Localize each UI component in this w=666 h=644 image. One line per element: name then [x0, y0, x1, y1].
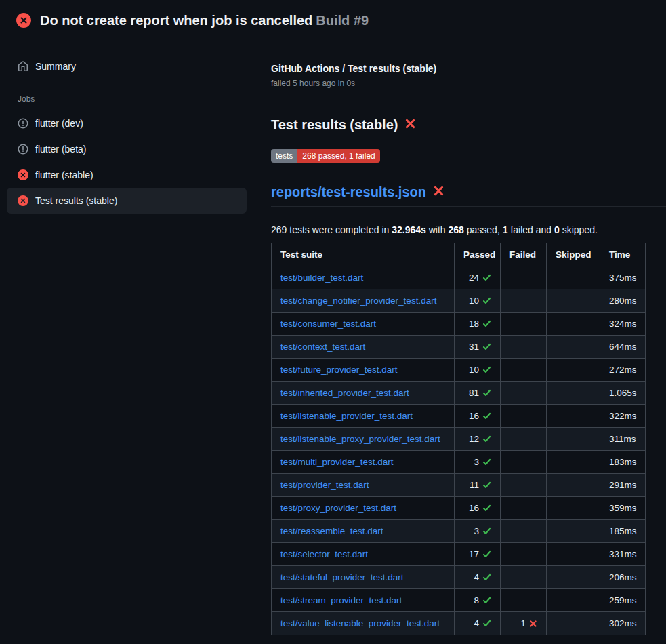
check-icon	[482, 504, 491, 512]
test-suite-link[interactable]: test/listenable_proxy_provider_test.dart	[280, 434, 440, 444]
suite-cell: test/listenable_proxy_provider_test.dart	[272, 428, 455, 451]
time-cell: 272ms	[600, 359, 646, 382]
suite-cell: test/reassemble_test.dart	[272, 520, 455, 543]
test-suite-link[interactable]: test/reassemble_test.dart	[280, 526, 383, 536]
test-suite-link[interactable]: test/selector_test.dart	[280, 549, 368, 559]
skipped-cell	[547, 543, 600, 566]
breadcrumb: GitHub Actions / Test results (stable)	[271, 63, 666, 74]
test-results-table: Test suite Passed Failed Skipped Time te…	[271, 243, 646, 635]
table-row: test/change_notifier_provider_test.dart1…	[272, 289, 646, 313]
table-row: test/selector_test.dart17331ms	[272, 543, 646, 566]
passed-cell: 17	[455, 543, 501, 566]
check-icon	[482, 296, 491, 305]
failed-cell: 1	[501, 612, 547, 635]
skipped-cell	[547, 382, 600, 405]
test-suite-link[interactable]: test/multi_provider_test.dart	[280, 457, 394, 467]
sidebar-item-test-results-stable[interactable]: Test results (stable)	[7, 188, 247, 214]
passed-cell: 10	[455, 289, 501, 313]
test-suite-link[interactable]: test/inherited_provider_test.dart	[280, 388, 409, 398]
failed-cell	[501, 266, 547, 289]
skipped-cell	[547, 313, 600, 336]
test-suite-link[interactable]: test/proxy_provider_test.dart	[280, 503, 396, 513]
summary-failed-count: 1	[503, 224, 508, 235]
check-title-text: Test results (stable)	[271, 117, 398, 133]
passed-cell: 8	[455, 589, 501, 612]
passed-count: 10	[469, 365, 479, 375]
time-cell: 311ms	[600, 428, 646, 451]
report-heading: reports/test-results.json	[271, 184, 666, 207]
time-cell: 1.065s	[600, 382, 646, 405]
divider	[271, 100, 666, 100]
tests-badge-label: tests	[271, 149, 297, 163]
time-cell: 183ms	[600, 451, 646, 474]
skipped-cell	[547, 451, 600, 474]
failed-cell	[501, 428, 547, 451]
summary-skipped-count: 0	[554, 224, 560, 235]
suite-cell: test/selector_test.dart	[272, 543, 455, 566]
passed-cell: 18	[455, 313, 501, 336]
test-suite-link[interactable]: test/stream_provider_test.dart	[280, 595, 402, 605]
summary-duration: 32.964s	[392, 224, 426, 235]
failed-cell	[501, 313, 547, 336]
failed-cell	[501, 382, 547, 405]
sidebar-item-flutter-stable[interactable]: flutter (stable)	[7, 162, 247, 188]
passed-cell: 3	[455, 520, 501, 543]
job-label: flutter (dev)	[35, 117, 83, 130]
skipped-cell	[547, 336, 600, 359]
passed-cell: 16	[455, 405, 501, 428]
job-label: flutter (beta)	[35, 142, 86, 156]
test-suite-link[interactable]: test/value_listenable_provider_test.dart	[280, 618, 440, 628]
table-row: test/value_listenable_provider_test.dart…	[272, 612, 646, 635]
check-icon	[482, 481, 491, 489]
failed-cell	[501, 566, 547, 589]
passed-count: 81	[469, 388, 479, 398]
report-heading-link[interactable]: reports/test-results.json	[271, 184, 426, 200]
summary-part: skipped.	[560, 224, 598, 235]
table-row: test/listenable_provider_test.dart16322m…	[272, 405, 646, 428]
failed-cell	[501, 289, 547, 313]
suite-cell: test/builder_test.dart	[272, 266, 455, 289]
table-row: test/reassemble_test.dart3185ms	[272, 520, 646, 543]
time-cell: 324ms	[600, 313, 646, 336]
sidebar-item-flutter-beta[interactable]: flutter (beta)	[7, 136, 247, 162]
passed-count: 16	[469, 503, 479, 513]
passed-cell: 11	[455, 474, 501, 497]
test-suite-link[interactable]: test/change_notifier_provider_test.dart	[280, 296, 436, 306]
failed-cell	[501, 520, 547, 543]
col-header-failed: Failed	[501, 243, 547, 266]
passed-count: 18	[469, 319, 479, 329]
sidebar-item-flutter-dev[interactable]: flutter (dev)	[7, 110, 247, 136]
test-suite-link[interactable]: test/provider_test.dart	[280, 480, 369, 490]
sidebar-item-summary[interactable]: Summary	[7, 54, 247, 79]
failed-cell	[501, 405, 547, 428]
time-cell: 291ms	[600, 474, 646, 497]
passed-cell: 16	[455, 497, 501, 520]
table-row: test/stateful_provider_test.dart4206ms	[272, 566, 646, 589]
check-icon	[482, 527, 491, 536]
check-icon	[482, 619, 491, 628]
failed-cell	[501, 359, 547, 382]
col-header-passed: Passed	[455, 243, 501, 266]
x-circle-fill-icon	[16, 13, 31, 28]
test-suite-link[interactable]: test/future_provider_test.dart	[280, 365, 398, 375]
check-icon	[482, 573, 491, 582]
failed-cell	[501, 589, 547, 612]
test-suite-link[interactable]: test/context_test.dart	[280, 342, 365, 352]
test-suite-link[interactable]: test/listenable_provider_test.dart	[280, 411, 413, 421]
summary-part: 269 tests were completed in	[271, 224, 392, 235]
check-icon	[482, 550, 491, 559]
test-suite-link[interactable]: test/stateful_provider_test.dart	[280, 572, 404, 582]
skipped-cell	[547, 359, 600, 382]
passed-count: 10	[469, 296, 479, 306]
passed-cell: 81	[455, 382, 501, 405]
table-row: test/multi_provider_test.dart3183ms	[272, 451, 646, 474]
suite-cell: test/multi_provider_test.dart	[272, 451, 455, 474]
suite-cell: test/context_test.dart	[272, 336, 455, 359]
test-suite-link[interactable]: test/builder_test.dart	[280, 273, 363, 283]
test-suite-link[interactable]: test/consumer_test.dart	[280, 319, 376, 329]
run-status: failed 5 hours ago in 0s	[271, 79, 666, 88]
table-row: test/provider_test.dart11291ms	[272, 474, 646, 497]
passed-cell: 3	[455, 451, 501, 474]
skipped-cell	[547, 428, 600, 451]
summary-passed-count: 268	[449, 224, 464, 235]
